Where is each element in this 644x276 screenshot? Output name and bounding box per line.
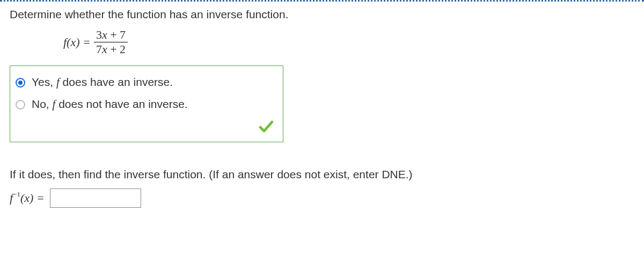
checkmark-icon	[258, 120, 274, 134]
inverse-answer-row: f−1(x) =	[10, 188, 634, 208]
fraction-denominator: 7x + 2	[94, 42, 128, 56]
inverse-answer-input[interactable]	[50, 188, 141, 208]
question-container: Determine whether the function has an in…	[0, 2, 644, 219]
radio-yes[interactable]	[16, 78, 25, 88]
option-yes-label: Yes, f does have an inverse.	[32, 76, 173, 89]
multiple-choice-box: Yes, f does have an inverse. No, f does …	[10, 66, 283, 142]
formula-fraction: 3x + 7 7x + 2	[94, 28, 128, 56]
option-yes-row[interactable]: Yes, f does have an inverse.	[16, 76, 274, 89]
question-prompt: Determine whether the function has an in…	[10, 8, 634, 21]
formula-lhs: f(x) =	[63, 35, 91, 49]
part2-prompt: If it does, then find the inverse functi…	[10, 168, 634, 181]
fraction-numerator: 3x + 7	[94, 28, 128, 42]
inverse-label: f−1(x) =	[10, 191, 45, 205]
radio-no[interactable]	[16, 100, 25, 110]
option-no-row[interactable]: No, f does not have an inverse.	[16, 98, 274, 111]
function-formula: f(x) = 3x + 7 7x + 2	[63, 28, 634, 56]
option-no-label: No, f does not have an inverse.	[32, 98, 188, 111]
correct-indicator	[16, 120, 274, 136]
